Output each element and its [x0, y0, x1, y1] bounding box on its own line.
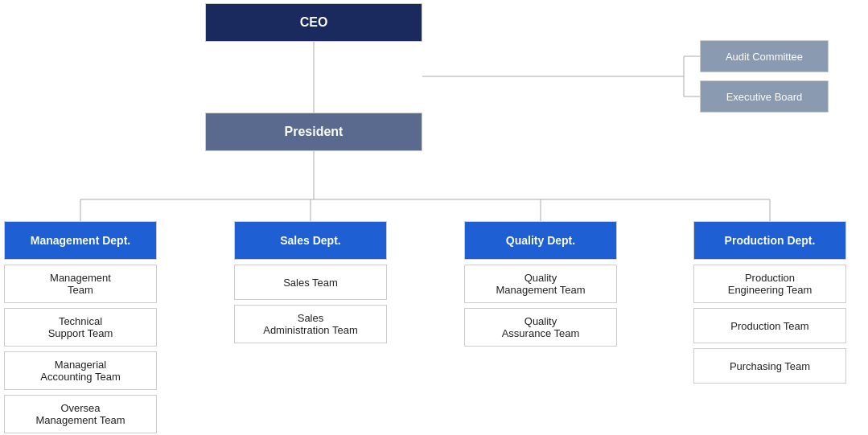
sales-team-1: Sales Team [234, 265, 387, 300]
quality-dept-label: Quality Dept. [506, 234, 575, 247]
mgmt-dept-node: Management Dept. Management Team Technic… [4, 221, 157, 433]
mgmt-dept-stack: Management Dept. Management Team Technic… [4, 221, 157, 433]
quality-dept-node: Quality Dept. Quality Management Team Qu… [464, 221, 617, 347]
audit-committee-label: Audit Committee [726, 51, 803, 63]
president-box: President [205, 113, 422, 151]
executive-board-label: Executive Board [726, 91, 803, 103]
mgmt-team-3: Managerial Accounting Team [4, 351, 157, 390]
president-label: President [285, 125, 343, 139]
executive-board-node: Executive Board [700, 80, 829, 113]
production-dept-node: Production Dept. Production Engineering … [693, 221, 846, 384]
quality-team-2: Quality Assurance Team [464, 308, 617, 347]
sales-dept-label: Sales Dept. [280, 234, 340, 247]
mgmt-dept-label: Management Dept. [31, 234, 130, 247]
mgmt-team-4: Oversea Management Team [4, 395, 157, 433]
audit-committee-box: Audit Committee [700, 40, 829, 72]
production-team-1: Production Engineering Team [693, 265, 846, 303]
mgmt-team-1: Management Team [4, 265, 157, 303]
president-node: President [205, 113, 422, 151]
production-dept-box: Production Dept. [693, 221, 846, 260]
sales-team-2: Sales Administration Team [234, 305, 387, 343]
sales-dept-box: Sales Dept. [234, 221, 387, 260]
mgmt-team-2: Technical Support Team [4, 308, 157, 347]
org-chart: CEO Audit Committee Executive Board Pres… [0, 0, 868, 435]
sales-dept-stack: Sales Dept. Sales Team Sales Administrat… [234, 221, 387, 343]
production-dept-label: Production Dept. [725, 234, 816, 247]
audit-committee-node: Audit Committee [700, 40, 829, 72]
production-team-2: Production Team [693, 308, 846, 343]
ceo-box: CEO [205, 3, 422, 42]
quality-team-1: Quality Management Team [464, 265, 617, 303]
production-dept-stack: Production Dept. Production Engineering … [693, 221, 846, 384]
ceo-label: CEO [300, 15, 328, 30]
quality-dept-stack: Quality Dept. Quality Management Team Qu… [464, 221, 617, 347]
mgmt-dept-box: Management Dept. [4, 221, 157, 260]
sales-dept-node: Sales Dept. Sales Team Sales Administrat… [234, 221, 387, 343]
production-team-3: Purchasing Team [693, 348, 846, 384]
quality-dept-box: Quality Dept. [464, 221, 617, 260]
executive-board-box: Executive Board [700, 80, 829, 113]
ceo-node: CEO [205, 3, 422, 42]
